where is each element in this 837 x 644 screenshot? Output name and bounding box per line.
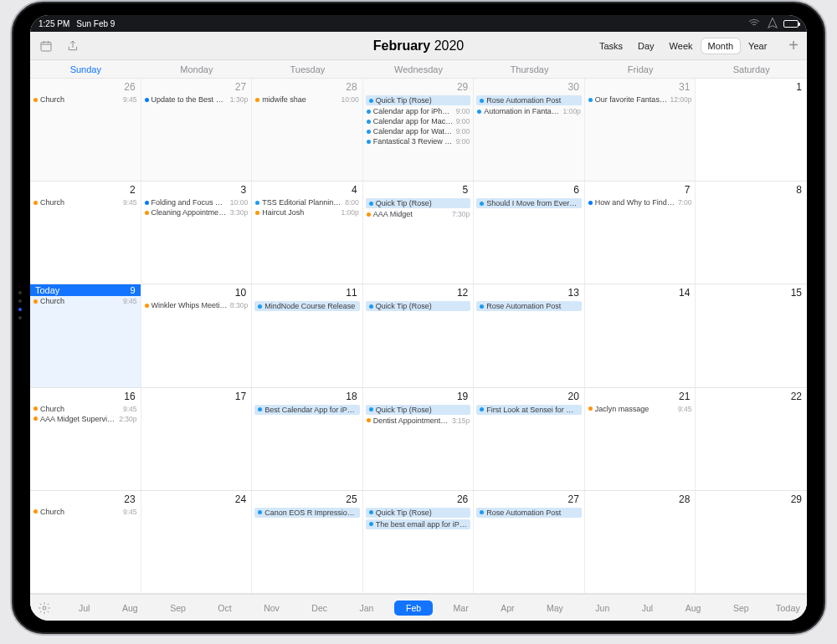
event[interactable]: Church9:45 [30,296,141,306]
event[interactable]: Should I Move from Evernote to N [476,198,582,208]
day-cell[interactable]: 30Rose Automation PostAutomation in Fant… [474,79,585,181]
day-cell[interactable]: 1 [696,79,807,181]
day-cell[interactable]: 2Church9:45 [30,181,141,284]
calendar-icon[interactable] [39,38,54,54]
day-cell[interactable]: Today9Church9:45 [30,284,141,386]
day-cell[interactable]: 7How and Why to Find the Ti7:00 [585,181,696,284]
event[interactable]: Canon EOS R Impressions (Josh) [254,508,360,518]
month-strip-item[interactable]: Sep [721,601,761,616]
event[interactable]: The best email app for iPhone (Mi [366,519,471,529]
add-button[interactable]: + [788,36,798,55]
month-strip-item[interactable]: Dec [300,601,339,616]
month-strip-item[interactable]: Jul [67,601,101,616]
day-cell[interactable]: 6Should I Move from Evernote to N [474,181,585,284]
month-strip-item[interactable]: Feb [394,601,433,616]
day-cell[interactable]: 27Update to the Best Mind M1:30p [141,79,253,181]
event[interactable]: Quick Tip (Rose) [366,198,471,208]
event[interactable]: Quick Tip (Rose) [366,95,471,105]
view-month[interactable]: Month [701,38,741,54]
event[interactable]: How and Why to Find the Ti7:00 [585,197,696,207]
view-year[interactable]: Year [742,38,773,54]
day-cell[interactable]: 16Church9:45AAA Midget Supervision?2:30p [30,388,141,490]
day-cell[interactable]: 27Rose Automation Post [474,491,585,593]
month-strip[interactable]: JulAugSepOctNovDecJanFebMarAprMayJunJulA… [59,601,769,616]
event[interactable]: Automation in Fantastical 31:00p [474,106,584,116]
day-cell[interactable]: 29Quick Tip (Rose)Calendar app for iPhon… [363,79,475,181]
day-cell[interactable]: 13Rose Automation Post [474,284,585,386]
day-cell[interactable]: 20First Look at Sensei for Mac (Mari [474,388,585,490]
day-cell[interactable]: 21Jaclyn massage9:45 [585,388,696,490]
gear-icon[interactable] [37,601,52,616]
event[interactable]: Best Calendar App for iPad (Josh) [254,405,360,415]
event[interactable]: AAA Midget7:30p [363,209,474,219]
view-tasks[interactable]: Tasks [593,38,629,54]
today-button[interactable]: Today [776,603,800,613]
home-indicator[interactable] [343,622,494,626]
event[interactable]: Update to the Best Mind M1:30p [141,95,252,105]
day-cell[interactable]: 18Best Calendar App for iPad (Josh) [252,388,363,490]
event[interactable]: Church9:45 [30,404,141,414]
month-strip-item[interactable]: Jan [348,601,386,616]
event[interactable]: Rose Automation Post [476,508,582,518]
event[interactable]: Folding and Focus Mode (10:00 [141,197,252,207]
day-cell[interactable]: 29 [696,491,807,593]
event[interactable]: Haircut Josh1:00p [252,207,362,217]
month-strip-item[interactable]: Nov [252,601,291,616]
event[interactable]: Calendar app for Watch Upd9:00 [363,126,474,136]
event[interactable]: Rose Automation Post [476,95,582,105]
event[interactable]: Dentist Appointment Josh3:15p [363,416,474,426]
event[interactable]: Quick Tip (Rose) [366,301,471,311]
month-strip-item[interactable]: Aug [110,601,150,616]
event[interactable]: First Look at Sensei for Mac (Mari [476,405,582,415]
day-cell[interactable]: 22 [696,388,807,490]
day-cell[interactable]: 10Winkler Whips Meeting8:30p [141,284,253,386]
month-strip-item[interactable]: Mar [442,601,480,616]
day-cell[interactable]: 24 [141,491,253,593]
day-cell[interactable]: 5Quick Tip (Rose)AAA Midget7:30p [363,181,475,284]
day-cell[interactable]: 14 [585,284,696,386]
event[interactable]: Church9:45 [30,95,141,105]
share-icon[interactable] [65,38,80,54]
event[interactable]: Fantastical 3 Review (Rose)9:00 [363,136,474,146]
month-strip-item[interactable]: May [535,601,575,616]
event[interactable]: Church9:45 [30,197,141,207]
month-strip-item[interactable]: Apr [489,601,526,616]
event[interactable]: Quick Tip (Rose) [366,508,471,518]
day-cell[interactable]: 26Church9:45 [30,79,141,181]
view-selector[interactable]: Tasks Day Week Month Year [593,38,773,54]
day-cell[interactable]: 11MindNode Course Release [252,284,363,386]
calendar-grid[interactable]: 26Church9:4527Update to the Best Mind M1… [30,79,807,594]
event[interactable]: TSS Editorial Planning Call8:00 [252,197,362,207]
month-strip-item[interactable]: Sep [158,601,198,616]
day-cell[interactable]: 3Folding and Focus Mode (10:00Cleaning A… [141,181,253,284]
view-day[interactable]: Day [631,38,661,54]
day-cell[interactable]: 4TSS Editorial Planning Call8:00Haircut … [252,181,363,284]
day-cell[interactable]: 25Canon EOS R Impressions (Josh) [252,491,363,593]
day-cell[interactable]: 15 [696,284,807,386]
event[interactable]: Quick Tip (Rose) [366,405,471,415]
event[interactable]: Cleaning Appointment (Jos3:30p [141,207,252,217]
view-week[interactable]: Week [663,38,700,54]
event[interactable]: MindNode Course Release [254,301,360,311]
day-cell[interactable]: 31Our favorite Fantastical 312:00p [585,79,696,181]
event[interactable]: Our favorite Fantastical 312:00p [585,95,696,105]
day-cell[interactable]: 26Quick Tip (Rose)The best email app for… [363,491,475,593]
event[interactable]: Rose Automation Post [476,301,582,311]
event[interactable]: Church9:45 [30,507,141,517]
event[interactable]: midwife shae10:00 [252,95,362,105]
day-cell[interactable]: 28 [585,491,696,593]
day-cell[interactable]: 23Church9:45 [30,491,141,593]
day-cell[interactable]: 28midwife shae10:00 [252,79,363,181]
day-cell[interactable]: 12Quick Tip (Rose) [363,284,475,386]
event[interactable]: AAA Midget Supervision?2:30p [30,414,141,424]
month-strip-item[interactable]: Oct [206,601,243,616]
event[interactable]: Calendar app for Mac updat9:00 [363,116,474,126]
event[interactable]: Calendar app for iPhone Up9:00 [363,106,474,116]
month-strip-item[interactable]: Aug [674,601,713,616]
event[interactable]: Jaclyn massage9:45 [585,404,696,414]
day-cell[interactable]: 17 [141,388,253,490]
day-cell[interactable]: 8 [696,181,807,284]
month-strip-item[interactable]: Jun [583,601,621,616]
event[interactable]: Winkler Whips Meeting8:30p [141,300,252,310]
month-strip-item[interactable]: Jul [630,601,665,616]
